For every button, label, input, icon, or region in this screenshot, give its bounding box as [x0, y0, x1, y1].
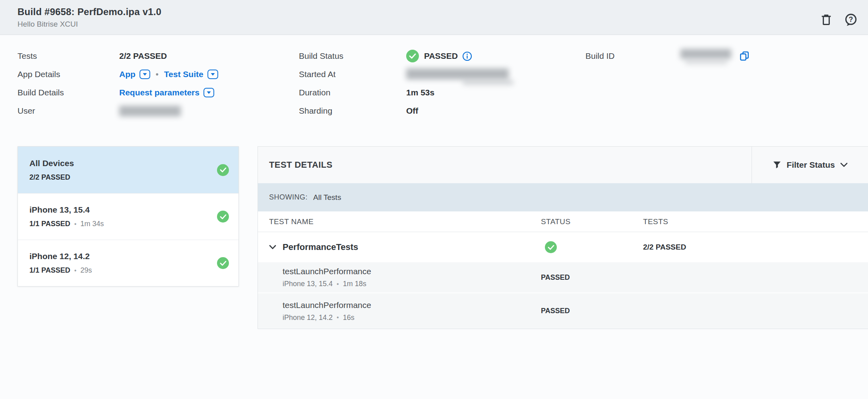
column-header-tests: TESTS: [643, 217, 868, 226]
delete-build-button[interactable]: [820, 14, 832, 26]
check-circle-icon: [217, 211, 229, 223]
summary-column-right: Build ID: [585, 47, 750, 65]
test-group-name: PerformanceTests: [283, 242, 358, 252]
chevron-down-icon: [840, 163, 848, 167]
check-circle-icon: [217, 257, 229, 269]
build-header-titles: Build #9658: PerfDemo.ipa v1.0 Hello Bit…: [17, 6, 161, 29]
dot-separator: •: [156, 70, 159, 79]
device-result: 1/1 PASSED: [29, 266, 70, 275]
redacted-blob: [463, 80, 513, 85]
duration-label: Duration: [299, 88, 406, 97]
build-status-value: PASSED: [424, 51, 458, 61]
redacted-blob: [406, 68, 509, 79]
info-circle-icon[interactable]: [462, 51, 472, 61]
started-at-value-redacted: [406, 65, 517, 83]
device-result: 1/1 PASSED: [29, 220, 70, 228]
filter-status-label: Filter Status: [787, 160, 835, 170]
help-bubble-icon: ?: [844, 13, 858, 27]
redacted-blob: [680, 49, 731, 59]
build-summary: Tests 2/2 PASSED App Details App • Test …: [0, 35, 868, 138]
copy-build-id-button[interactable]: [738, 50, 750, 62]
dot-separator: •: [337, 281, 339, 288]
device-name: iPhone 13, 15.4: [29, 205, 104, 215]
test-case-row[interactable]: testLaunchPerformance iPhone 13, 15.4 • …: [258, 262, 868, 292]
device-card-iphone-13[interactable]: iPhone 13, 15.4 1/1 PASSED • 1m 34s: [18, 193, 238, 240]
redacted-blob: [119, 106, 181, 116]
test-suite-dropdown-link[interactable]: Test Suite: [164, 70, 218, 79]
summary-row-build-details: Build Details Request parameters: [17, 83, 218, 102]
device-list-panel: All Devices 2/2 PASSED iPhone 13, 15.4 1…: [17, 146, 239, 287]
check-circle-icon: [217, 164, 229, 176]
header-actions: ?: [820, 13, 862, 27]
summary-row-sharding: Sharding Off: [299, 102, 517, 120]
started-at-label: Started At: [299, 70, 406, 79]
test-case-status: PASSED: [541, 273, 570, 282]
summary-row-started-at: Started At: [299, 65, 517, 83]
dot-separator: •: [337, 314, 339, 321]
showing-label: SHOWING:: [269, 193, 308, 201]
summary-row-user: User: [17, 102, 218, 120]
filter-status-dropdown[interactable]: Filter Status: [752, 147, 868, 183]
summary-row-build-id: Build ID: [585, 47, 750, 65]
test-case-device: iPhone 13, 15.4: [283, 280, 333, 288]
device-result: 2/2 PASSED: [29, 173, 70, 182]
device-name: iPhone 12, 14.2: [29, 252, 92, 261]
device-card-all-devices[interactable]: All Devices 2/2 PASSED: [18, 147, 238, 193]
column-header-status: STATUS: [541, 217, 643, 226]
device-card-iphone-12[interactable]: iPhone 12, 14.2 1/1 PASSED • 29s: [18, 240, 238, 286]
build-details-label: Build Details: [17, 88, 119, 97]
check-circle-icon: [545, 241, 557, 253]
chevron-down-icon[interactable]: [269, 245, 276, 250]
summary-row-duration: Duration 1m 53s: [299, 83, 517, 102]
caret-down-boxed-icon: [140, 70, 150, 79]
test-details-panel: TEST DETAILS Filter Status SHOWING: All …: [258, 146, 868, 329]
device-duration: 1m 34s: [80, 220, 104, 228]
test-case-name: testLaunchPerformance: [283, 300, 371, 310]
device-duration: 29s: [80, 266, 92, 275]
table-header-row: TEST NAME STATUS TESTS: [258, 211, 868, 232]
summary-column-left: Tests 2/2 PASSED App Details App • Test …: [17, 47, 218, 120]
help-button[interactable]: ?: [844, 13, 858, 27]
page-title: Build #9658: PerfDemo.ipa v1.0: [17, 6, 161, 17]
dot-separator: •: [74, 267, 77, 274]
summary-row-app-details: App Details App • Test Suite: [17, 65, 218, 83]
showing-filter-bar: SHOWING: All Tests: [258, 183, 868, 211]
showing-value: All Tests: [313, 193, 341, 202]
test-suite-link-label: Test Suite: [164, 70, 203, 79]
column-header-test-name: TEST NAME: [269, 217, 541, 226]
redacted-blob: [685, 60, 727, 64]
app-dropdown-link[interactable]: App: [119, 70, 150, 79]
sharding-label: Sharding: [299, 106, 406, 116]
test-case-name: testLaunchPerformance: [283, 267, 371, 276]
request-parameters-link-label: Request parameters: [119, 88, 200, 97]
trash-icon: [820, 14, 832, 26]
test-group-tests-count: 2/2 PASSED: [643, 243, 868, 252]
build-header: Build #9658: PerfDemo.ipa v1.0 Hello Bit…: [0, 0, 868, 35]
test-case-device: iPhone 12, 14.2: [283, 314, 333, 322]
summary-row-tests: Tests 2/2 PASSED: [17, 47, 218, 65]
tests-value: 2/2 PASSED: [119, 51, 167, 61]
test-case-status: PASSED: [541, 307, 570, 315]
page-subtitle: Hello Bitrise XCUI: [17, 20, 161, 29]
filter-funnel-icon: [773, 161, 781, 169]
test-details-title: TEST DETAILS: [269, 160, 333, 170]
test-group-row-performancetests[interactable]: PerformanceTests 2/2 PASSED: [258, 232, 868, 262]
summary-column-middle: Build Status PASSED St: [299, 47, 517, 120]
check-circle-icon: [406, 50, 419, 62]
user-label: User: [17, 106, 119, 116]
duration-value: 1m 53s: [406, 88, 434, 97]
dot-separator: •: [74, 221, 77, 228]
svg-text:?: ?: [849, 15, 853, 23]
app-link-label: App: [119, 70, 136, 79]
build-id-label: Build ID: [585, 51, 680, 61]
user-value-redacted: [119, 106, 181, 116]
build-test-report-screen: Build #9658: PerfDemo.ipa v1.0 Hello Bit…: [0, 0, 868, 399]
test-case-duration: 1m 18s: [343, 280, 366, 288]
build-status-label: Build Status: [299, 51, 406, 61]
test-case-row[interactable]: testLaunchPerformance iPhone 12, 14.2 • …: [258, 293, 868, 329]
copy-icon: [738, 50, 750, 62]
test-case-duration: 16s: [343, 314, 355, 322]
device-name: All Devices: [29, 159, 74, 168]
request-parameters-dropdown-link[interactable]: Request parameters: [119, 88, 214, 97]
app-details-label: App Details: [17, 70, 119, 79]
